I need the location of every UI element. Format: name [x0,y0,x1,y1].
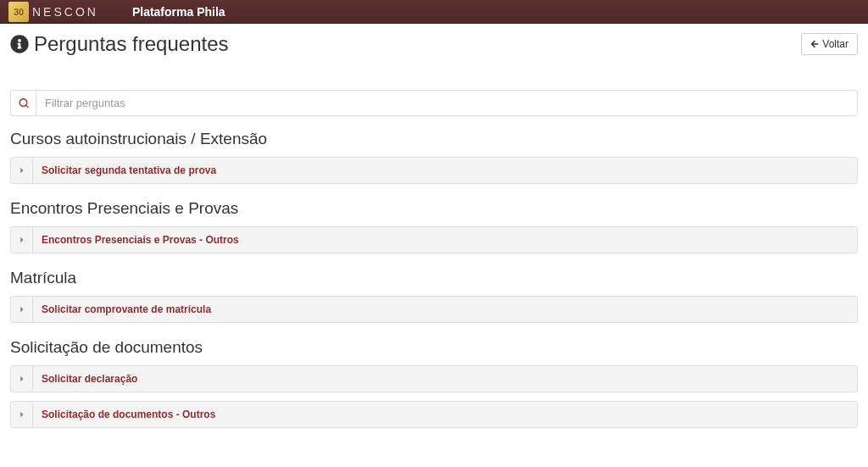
platform-name[interactable]: Plataforma Phila [132,5,225,19]
accordion-item[interactable]: Solicitar declaração [10,365,858,392]
accordion-item[interactable]: Solicitação de documentos - Outros [10,401,858,428]
search-input[interactable] [36,90,858,116]
back-button-label: Voltar [822,38,849,50]
chevron-right-icon [11,402,33,427]
back-button[interactable]: Voltar [801,33,858,55]
arrow-left-icon [810,40,819,48]
accordion-title: Solicitar declaração [33,366,146,392]
faq-sections: Cursos autoinstrucionais / ExtensãoSolic… [10,130,858,428]
accordion-item[interactable]: Solicitar comprovante de matrícula [10,296,858,323]
chevron-right-icon [11,366,33,392]
search-icon [19,98,29,108]
section-heading: Encontros Presenciais e Provas [10,199,858,218]
page-title-text: Perguntas frequentes [34,32,229,56]
brand-name: NESCON [32,5,98,19]
accordion-title: Solicitar segunda tentativa de prova [33,158,225,183]
chevron-right-icon [11,227,33,253]
section-heading: Solicitação de documentos [10,338,858,357]
accordion-title: Solicitação de documentos - Outros [33,402,224,427]
section-heading: Matrícula [10,269,858,287]
accordion-item[interactable]: Solicitar segunda tentativa de prova [10,157,858,184]
question-circle-icon [10,35,29,53]
brand-logo-icon: 30 [8,2,29,22]
accordion-title: Encontros Presenciais e Provas - Outros [33,227,248,253]
faq-section: MatrículaSolicitar comprovante de matríc… [10,269,858,323]
section-heading: Cursos autoinstrucionais / Extensão [10,130,858,148]
accordion-item[interactable]: Encontros Presenciais e Provas - Outros [10,226,858,253]
page-header: Perguntas frequentes Voltar [10,32,858,56]
search-icon-box [10,90,36,116]
navbar: 30 NESCON Plataforma Phila [0,0,868,24]
page-title: Perguntas frequentes [10,32,229,56]
faq-section: Cursos autoinstrucionais / ExtensãoSolic… [10,130,858,184]
search-wrap [10,90,858,116]
faq-section: Encontros Presenciais e ProvasEncontros … [10,199,858,253]
accordion-title: Solicitar comprovante de matrícula [33,297,220,322]
faq-section: Solicitação de documentosSolicitar decla… [10,338,858,428]
chevron-right-icon [11,297,33,322]
chevron-right-icon [11,158,33,183]
